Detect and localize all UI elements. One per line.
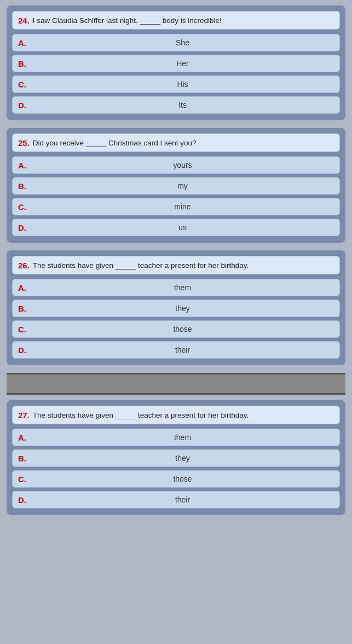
- option-letter-q27-1: B.: [18, 454, 31, 463]
- option-letter-q27-0: A.: [18, 433, 31, 442]
- question-block-q26: 26.The students have given _____ teacher…: [7, 250, 345, 365]
- option-row-q27-2[interactable]: C.those: [12, 470, 340, 488]
- option-letter-q24-1: B.: [18, 59, 31, 68]
- option-row-q24-3[interactable]: D.Its: [12, 96, 340, 114]
- option-row-q25-3[interactable]: D.us: [12, 219, 340, 236]
- option-row-q25-0[interactable]: A.yours: [12, 156, 340, 174]
- question-number-q25: 25.: [18, 138, 30, 148]
- option-letter-q25-0: A.: [18, 161, 31, 170]
- option-text-q25-1: my: [31, 182, 334, 190]
- option-text-q24-1: Her: [31, 59, 334, 68]
- option-row-q26-3[interactable]: D.their: [12, 341, 340, 359]
- option-row-q25-1[interactable]: B.my: [12, 177, 340, 195]
- option-row-q26-2[interactable]: C.those: [12, 320, 340, 338]
- option-text-q26-0: them: [31, 283, 334, 292]
- question-number-q24: 24.: [18, 16, 30, 25]
- option-letter-q24-0: A.: [18, 38, 31, 48]
- option-letter-q27-3: D.: [18, 495, 31, 505]
- option-row-q27-1[interactable]: B.they: [12, 449, 340, 467]
- option-row-q26-0[interactable]: A.them: [12, 279, 340, 296]
- option-letter-q27-2: C.: [18, 475, 31, 484]
- option-text-q25-0: yours: [31, 161, 334, 169]
- option-row-q27-3[interactable]: D.their: [12, 491, 340, 508]
- option-letter-q25-3: D.: [18, 223, 31, 232]
- option-text-q27-3: their: [31, 495, 334, 504]
- option-letter-q24-3: D.: [18, 101, 31, 110]
- option-letter-q26-1: B.: [18, 304, 31, 313]
- option-text-q27-2: those: [31, 475, 334, 483]
- question-row-q24: 24.I saw Claudia Schiffer last night. __…: [12, 11, 340, 30]
- option-row-q24-2[interactable]: C.His: [12, 75, 340, 93]
- option-text-q24-2: His: [31, 80, 334, 89]
- option-text-q26-3: their: [31, 346, 334, 354]
- option-text-q25-3: us: [31, 223, 334, 232]
- option-letter-q25-1: B.: [18, 182, 31, 191]
- question-block-q25: 25.Did you receive _____ Christmas card …: [7, 128, 345, 243]
- question-text-q26: The students have given _____ teacher a …: [33, 261, 249, 270]
- option-text-q27-1: they: [31, 454, 334, 462]
- option-letter-q25-2: C.: [18, 202, 31, 212]
- question-text-q27: The students have given _____ teacher a …: [33, 411, 249, 419]
- option-letter-q26-2: C.: [18, 325, 31, 334]
- option-letter-q24-2: C.: [18, 80, 31, 89]
- option-row-q24-0[interactable]: A.She: [12, 34, 340, 51]
- option-letter-q26-3: D.: [18, 346, 31, 355]
- option-letter-q26-0: A.: [18, 283, 31, 292]
- question-text-q25: Did you receive _____ Christmas card I s…: [33, 139, 197, 147]
- question-row-q25: 25.Did you receive _____ Christmas card …: [12, 133, 340, 152]
- option-text-q25-2: mine: [31, 202, 334, 211]
- question-block-q24: 24.I saw Claudia Schiffer last night. __…: [7, 5, 345, 120]
- question-number-q27: 27.: [18, 411, 30, 420]
- question-row-q26: 26.The students have given _____ teacher…: [12, 256, 340, 274]
- option-row-q27-0[interactable]: A.them: [12, 429, 340, 446]
- option-text-q24-0: She: [31, 38, 334, 47]
- option-row-q26-1[interactable]: B.they: [12, 300, 340, 317]
- option-text-q27-0: them: [31, 433, 334, 442]
- question-number-q26: 26.: [18, 261, 30, 270]
- option-text-q26-2: those: [31, 325, 334, 333]
- option-text-q26-1: they: [31, 304, 334, 313]
- page-break: [7, 373, 345, 395]
- option-row-q25-2[interactable]: C.mine: [12, 198, 340, 215]
- question-row-q27: 27.The students have given _____ teacher…: [12, 406, 340, 424]
- option-row-q24-1[interactable]: B.Her: [12, 55, 340, 72]
- option-text-q24-3: Its: [31, 101, 334, 109]
- question-block-q27: 27.The students have given _____ teacher…: [7, 400, 345, 515]
- question-text-q24: I saw Claudia Schiffer last night. _____…: [33, 16, 222, 25]
